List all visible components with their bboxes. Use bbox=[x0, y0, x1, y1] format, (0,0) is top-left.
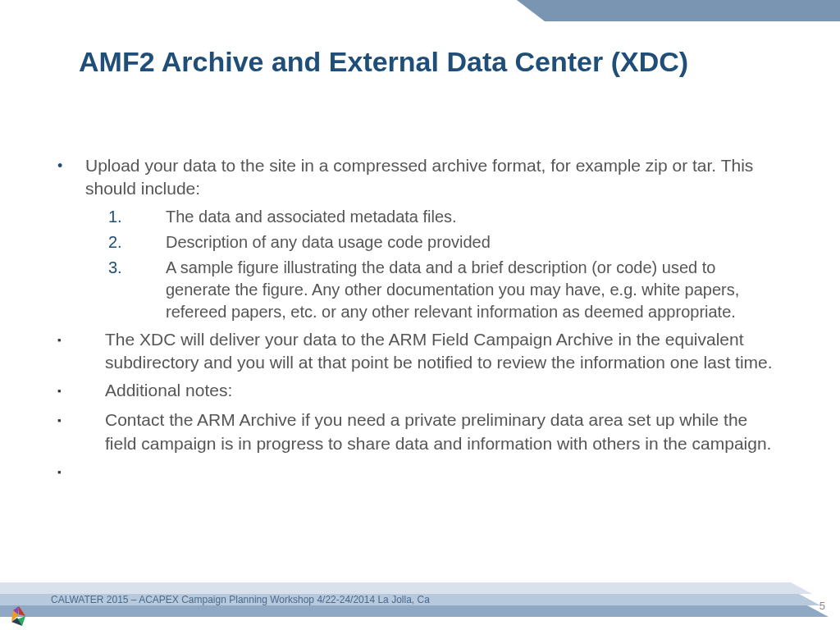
bullet-square-icon: ▪ bbox=[57, 409, 85, 455]
slide: AMF2 Archive and External Data Center (X… bbox=[0, 0, 840, 630]
list-text: Description of any data usage code provi… bbox=[166, 231, 783, 253]
bullet-item: ▪ Contact the ARM Archive if you need a … bbox=[57, 409, 783, 455]
slide-title: AMF2 Archive and External Data Center (X… bbox=[79, 46, 688, 78]
bullet-text: Additional notes: bbox=[85, 379, 783, 404]
footer-bar-1 bbox=[0, 582, 812, 594]
corner-decoration bbox=[487, 0, 840, 21]
bullet-text: Upload your data to the site in a compre… bbox=[85, 154, 783, 201]
list-text: The data and associated metadata files. bbox=[166, 206, 783, 228]
bullet-item: ▪ The XDC will deliver your data to the … bbox=[57, 328, 783, 375]
list-number: 2. bbox=[108, 231, 166, 253]
bullet-item: ▪ Additional notes: bbox=[57, 379, 783, 404]
numbered-item: 3. A sample figure illustrating the data… bbox=[108, 257, 783, 323]
list-number: 1. bbox=[108, 206, 166, 228]
bullet-square-icon: ▪ bbox=[57, 460, 85, 485]
bullet-square-icon: ▪ bbox=[57, 328, 85, 375]
logo-icon bbox=[7, 604, 31, 628]
bullet-text bbox=[85, 460, 783, 485]
slide-body: • Upload your data to the site in a comp… bbox=[57, 154, 783, 490]
list-text: A sample figure illustrating the data an… bbox=[166, 257, 783, 323]
bullet-dot-icon: • bbox=[57, 154, 85, 201]
bullet-text: Contact the ARM Archive if you need a pr… bbox=[85, 409, 783, 455]
numbered-item: 1. The data and associated metadata file… bbox=[108, 206, 783, 228]
bullet-item: • Upload your data to the site in a comp… bbox=[57, 154, 783, 201]
list-number: 3. bbox=[108, 257, 166, 323]
numbered-item: 2. Description of any data usage code pr… bbox=[108, 231, 783, 253]
numbered-list: 1. The data and associated metadata file… bbox=[108, 206, 783, 323]
bullet-item: ▪ bbox=[57, 460, 783, 485]
bullet-text: The XDC will deliver your data to the AR… bbox=[85, 328, 783, 375]
bullet-square-icon: ▪ bbox=[57, 379, 85, 404]
footer-text: CALWATER 2015 – ACAPEX Campaign Planning… bbox=[51, 594, 430, 605]
footer-bar-3 bbox=[0, 605, 829, 617]
page-number: 5 bbox=[819, 600, 825, 612]
